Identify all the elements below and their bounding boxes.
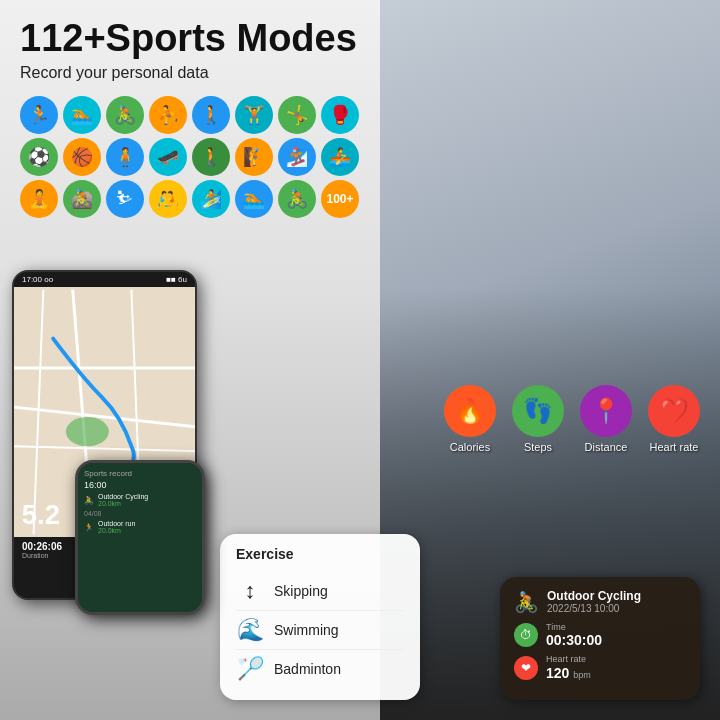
phone-time: 17:00 oo bbox=[22, 275, 53, 284]
watch-run-icon: 🏃 bbox=[84, 523, 94, 532]
heartrate-icon-circle: ❤️ bbox=[648, 385, 700, 437]
sport-icon-boxing: 🥊 bbox=[321, 96, 359, 134]
hr-stat-value: 120 bbox=[546, 665, 573, 681]
distance-label: Distance bbox=[585, 441, 628, 453]
sport-icon-soccer: ⚽ bbox=[20, 138, 58, 176]
phone-duration-section: 00:26:06 Duration bbox=[22, 541, 62, 559]
metrics-panel: 🔥 Calories 👣 Steps 📍 Distance ❤️ Heart r… bbox=[444, 385, 700, 453]
skipping-icon: ↕️ bbox=[236, 578, 264, 604]
skipping-label: Skipping bbox=[274, 583, 328, 599]
subtitle: Record your personal data bbox=[20, 64, 700, 82]
icon-row-2: ⚽ 🏀 🧍 🛹 🚶 🧗 🏂 🚣 bbox=[20, 138, 700, 176]
badminton-label: Badminton bbox=[274, 661, 341, 677]
time-stat-icon: ⏱ bbox=[514, 623, 538, 647]
exercise-item-swimming: 🌊 Swimming bbox=[236, 611, 404, 650]
sports-icons-grid: 🏃 🏊 🚴 ⛹ 🚶 🏋 🤸 🥊 ⚽ 🏀 🧍 🛹 🚶 🧗 🏂 🚣 🧘 🚵 ⛷ 🤼 bbox=[0, 88, 720, 226]
metric-calories: 🔥 Calories bbox=[444, 385, 496, 453]
watch-screen: Sports record 16:00 🚴 Outdoor Cycling 20… bbox=[78, 463, 202, 612]
sport-icon-running: 🏃 bbox=[20, 96, 58, 134]
watch-run-dist: 20.0km bbox=[98, 527, 135, 534]
exercise-panel: Exercise ↕️ Skipping 🌊 Swimming 🏸 Badmin… bbox=[220, 534, 420, 700]
sport-icon-skateboard: 🛹 bbox=[149, 138, 187, 176]
phone-duration-label: Duration bbox=[22, 552, 62, 559]
cycling-panel-icon: 🚴 bbox=[514, 590, 539, 614]
main-title: 112+Sports Modes bbox=[20, 18, 700, 60]
badminton-icon: 🏸 bbox=[236, 656, 264, 682]
sport-icon-basketball2: 🏀 bbox=[63, 138, 101, 176]
sport-icon-ski: ⛷ bbox=[106, 180, 144, 218]
watch-entry-2: 🏃 Outdoor run 20.0km bbox=[84, 520, 196, 534]
cycling-stat-heartrate: ❤ Heart rate 120 bpm bbox=[514, 654, 686, 682]
header-section: 112+Sports Modes Record your personal da… bbox=[0, 0, 720, 88]
phone-status-bar: 17:00 oo ■■ 6u bbox=[14, 272, 195, 287]
sport-icon-weightlifting: 🏋 bbox=[235, 96, 273, 134]
distance-icon: 📍 bbox=[591, 397, 621, 425]
icon-row-3: 🧘 🚵 ⛷ 🤼 🏄 🏊 🚴 100+ bbox=[20, 180, 700, 218]
cycling-stat-time: ⏱ Time 00:30:00 bbox=[514, 622, 686, 648]
metric-steps: 👣 Steps bbox=[512, 385, 564, 453]
sport-icon-snowboard: 🏂 bbox=[278, 138, 316, 176]
sport-icon-walking: 🚶 bbox=[192, 96, 230, 134]
exercise-item-skipping: ↕️ Skipping bbox=[236, 572, 404, 611]
phone-duration-value: 00:26:06 bbox=[22, 541, 62, 552]
icon-row-1: 🏃 🏊 🚴 ⛹ 🚶 🏋 🤸 🥊 bbox=[20, 96, 700, 134]
calories-icon-circle: 🔥 bbox=[444, 385, 496, 437]
svg-point-7 bbox=[66, 417, 109, 446]
sport-icon-rowing: 🚣 bbox=[321, 138, 359, 176]
sport-icon-surf: 🏄 bbox=[192, 180, 230, 218]
sport-icon-cycling: 🚴 bbox=[106, 96, 144, 134]
watch-cycling-label: Outdoor Cycling bbox=[98, 493, 148, 500]
sport-icon-wrestling: 🤼 bbox=[149, 180, 187, 218]
time-stat-value: 00:30:00 bbox=[546, 632, 602, 648]
svg-text:5.2: 5.2 bbox=[22, 500, 60, 531]
calories-icon: 🔥 bbox=[455, 397, 485, 425]
watch-cycling-icon: 🚴 bbox=[84, 496, 94, 505]
sport-icon-person: 🧍 bbox=[106, 138, 144, 176]
phone-battery: ■■ 6u bbox=[166, 275, 187, 284]
watch-time: 16:00 bbox=[84, 480, 196, 490]
distance-icon-circle: 📍 bbox=[580, 385, 632, 437]
hr-stat-icon: ❤ bbox=[514, 656, 538, 680]
heartrate-icon: ❤️ bbox=[659, 397, 689, 425]
sport-icon-yoga: 🧘 bbox=[20, 180, 58, 218]
calories-label: Calories bbox=[450, 441, 490, 453]
swimming-label: Swimming bbox=[274, 622, 339, 638]
sport-icon-swim2: 🏊 bbox=[235, 180, 273, 218]
exercise-item-badminton: 🏸 Badminton bbox=[236, 650, 404, 688]
watch-run-label: Outdoor run bbox=[98, 520, 135, 527]
sport-icon-swimming: 🏊 bbox=[63, 96, 101, 134]
steps-icon-circle: 👣 bbox=[512, 385, 564, 437]
watch-mockup: Sports record 16:00 🚴 Outdoor Cycling 20… bbox=[75, 460, 205, 615]
sport-icon-climbing: 🧗 bbox=[235, 138, 273, 176]
hr-stat-label: Heart rate bbox=[546, 654, 591, 664]
heart-icon: ❤ bbox=[521, 661, 531, 675]
page-content: 112+Sports Modes Record your personal da… bbox=[0, 0, 720, 720]
cycling-panel-header: 🚴 Outdoor Cycling 2022/5/13 10:00 bbox=[514, 589, 686, 614]
exercise-panel-title: Exercise bbox=[236, 546, 404, 562]
sport-icon-gymnastics: 🤸 bbox=[278, 96, 316, 134]
sport-icon-basketball: ⛹ bbox=[149, 96, 187, 134]
sport-icon-bike2: 🚴 bbox=[278, 180, 316, 218]
cycling-panel-title: Outdoor Cycling bbox=[547, 589, 641, 603]
watch-cycling-dist: 20.0km bbox=[98, 500, 148, 507]
hr-stat-unit: bpm bbox=[573, 670, 591, 680]
cycling-panel-date: 2022/5/13 10:00 bbox=[547, 603, 641, 614]
steps-label: Steps bbox=[524, 441, 552, 453]
sport-icon-walk2: 🚶 bbox=[192, 138, 230, 176]
watch-date: 04/08 bbox=[84, 510, 196, 517]
sport-icon-more: 100+ bbox=[321, 180, 359, 218]
heartrate-label: Heart rate bbox=[650, 441, 699, 453]
steps-icon: 👣 bbox=[523, 397, 553, 425]
time-stat-label: Time bbox=[546, 622, 602, 632]
sport-icon-mtb: 🚵 bbox=[63, 180, 101, 218]
swimming-icon: 🌊 bbox=[236, 617, 264, 643]
watch-sports-label: Sports record bbox=[84, 469, 196, 478]
metric-heartrate: ❤️ Heart rate bbox=[648, 385, 700, 453]
time-icon: ⏱ bbox=[520, 628, 532, 642]
metric-distance: 📍 Distance bbox=[580, 385, 632, 453]
watch-entry-1: 🚴 Outdoor Cycling 20.0km bbox=[84, 493, 196, 507]
cycling-detail-panel: 🚴 Outdoor Cycling 2022/5/13 10:00 ⏱ Time… bbox=[500, 577, 700, 700]
